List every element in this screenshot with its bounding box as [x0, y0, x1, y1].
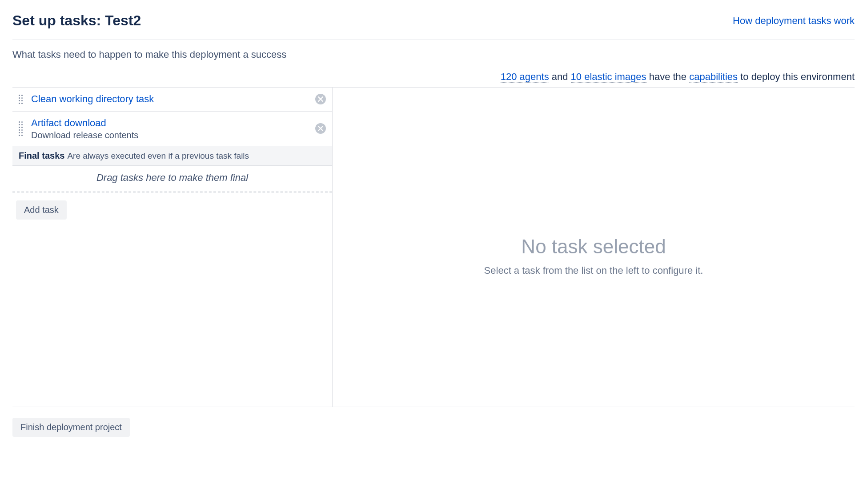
task-subtitle: Download release contents: [31, 130, 309, 140]
empty-state-title: No task selected: [521, 236, 666, 258]
remove-task-icon[interactable]: [315, 123, 326, 134]
empty-state-subtitle: Select a task from the list on the left …: [484, 265, 703, 276]
final-tasks-dropzone[interactable]: Drag tasks here to make them final: [12, 166, 332, 192]
remove-task-icon[interactable]: [315, 94, 326, 104]
finish-deployment-button[interactable]: Finish deployment project: [12, 418, 130, 437]
drag-handle-icon[interactable]: [19, 120, 25, 137]
task-row[interactable]: Artifact download Download release conte…: [12, 112, 332, 147]
agents-link[interactable]: 120 agents: [501, 71, 549, 83]
page-subtitle: What tasks need to happen to make this d…: [12, 49, 855, 60]
task-title: Artifact download: [31, 117, 309, 130]
capabilities-link[interactable]: capabilities: [689, 71, 738, 83]
elastic-images-link[interactable]: 10 elastic images: [571, 71, 646, 83]
task-list-panel: Clean working directory task Artifact do…: [12, 88, 333, 407]
add-task-button[interactable]: Add task: [16, 200, 67, 220]
task-row[interactable]: Clean working directory task: [12, 88, 332, 112]
agents-capabilities-line: 120 agents and 10 elastic images have th…: [12, 71, 855, 87]
final-tasks-header: Final tasksAre always executed even if a…: [12, 146, 332, 166]
page-title: Set up tasks: Test2: [12, 12, 141, 29]
help-link[interactable]: How deployment tasks work: [733, 15, 855, 27]
task-title: Clean working directory task: [31, 93, 309, 106]
drag-handle-icon[interactable]: [19, 93, 25, 105]
task-detail-panel: No task selected Select a task from the …: [333, 88, 855, 407]
